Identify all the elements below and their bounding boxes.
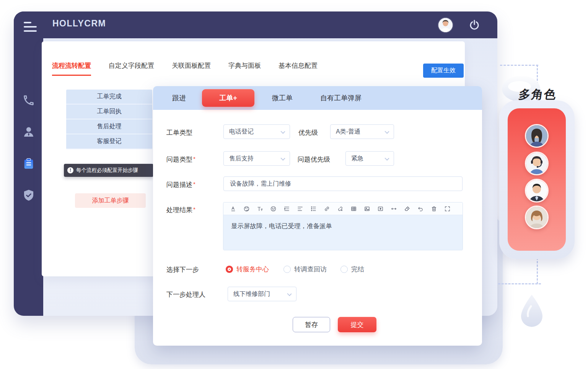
user-avatar[interactable]	[438, 18, 453, 32]
result-label: 处理结果	[166, 206, 195, 214]
menu-icon[interactable]	[24, 22, 37, 32]
radio-transfer-survey[interactable]: 转调查回访	[283, 265, 327, 274]
tab-own-ticket-popup[interactable]: 自有工单弹屏	[320, 93, 362, 103]
list-item-ticket-complete[interactable]: 工单完成	[66, 90, 152, 104]
font-size-icon[interactable]	[254, 204, 265, 213]
divider-icon[interactable]	[388, 204, 399, 213]
phone-icon[interactable]	[21, 93, 36, 108]
next-handler-label: 下一步处理人	[166, 290, 205, 299]
roles-panel	[508, 108, 566, 251]
chevron-down-icon	[280, 129, 285, 134]
undo-icon[interactable]	[415, 204, 426, 213]
fullscreen-icon[interactable]	[441, 204, 453, 213]
editor-toolbar	[223, 202, 463, 215]
dashed-line-bottom	[498, 283, 541, 284]
list-icon[interactable]	[308, 204, 319, 213]
avatar-agent-male[interactable]	[525, 179, 549, 202]
apply-config-button[interactable]: 配置生效	[423, 64, 464, 78]
radio-unselected-icon	[283, 266, 291, 273]
next-step-label: 选择下一步	[166, 265, 199, 274]
priority-label: 优先级	[298, 128, 318, 137]
ticket-type-select[interactable]: 电话登记	[223, 124, 290, 139]
save-draft-button[interactable]: 暂存	[293, 317, 330, 332]
chevron-down-icon	[280, 156, 285, 160]
radio-finish[interactable]: 完结	[340, 265, 364, 274]
text-style-icon[interactable]	[227, 204, 239, 213]
unlink-icon[interactable]	[334, 204, 346, 213]
list-item-service-register[interactable]: 客服登记	[66, 134, 152, 149]
ticket-type-label: 工单类型	[166, 128, 192, 137]
eraser-icon[interactable]	[401, 204, 413, 213]
avatar-agent-female-2[interactable]	[525, 206, 549, 229]
notice-text: 每个流程必须配置开始步骤	[76, 167, 138, 174]
workflow-step-list: 工单完成 工单回执 售后处理 客服登记	[66, 90, 152, 149]
chevron-down-icon	[384, 156, 389, 160]
next-handler-select[interactable]: 线下维修部门	[228, 287, 296, 301]
issue-type-label: 问题类型	[166, 155, 195, 164]
chevron-down-icon	[384, 129, 389, 134]
list-item-aftersales[interactable]: 售后处理	[66, 119, 152, 134]
tab-follow-up[interactable]: 跟进	[172, 93, 186, 103]
indent-icon[interactable]	[281, 204, 292, 213]
trash-icon[interactable]	[428, 204, 440, 213]
issue-priority-label: 问题优先级	[298, 155, 330, 164]
table-icon[interactable]	[348, 204, 359, 213]
chevron-down-icon	[287, 291, 292, 296]
radio-unselected-icon	[340, 266, 348, 273]
tab-dictionary-panel[interactable]: 字典与面板	[228, 61, 261, 75]
radio-selected-icon	[226, 266, 233, 273]
align-icon[interactable]	[294, 204, 306, 213]
contacts-icon[interactable]	[21, 124, 36, 140]
notice-tooltip: ! 每个流程必须配置开始步骤	[64, 164, 153, 177]
tab-ticket-plus[interactable]: 工单+	[202, 89, 254, 107]
next-step-radio-group: 转服务中心 转调查回访 完结	[226, 265, 364, 274]
issue-priority-select[interactable]: 紧急	[345, 151, 394, 166]
tasks-icon[interactable]	[21, 156, 36, 171]
dashed-line-top	[500, 65, 538, 66]
roles-frame	[499, 100, 575, 259]
tab-linked-panel-config[interactable]: 关联面板配置	[172, 61, 211, 75]
rich-text-editor: 显示屏故障，电话已受理，准备派单	[223, 202, 463, 250]
security-icon[interactable]	[21, 188, 36, 203]
teardrop-shape	[521, 295, 542, 328]
priority-select[interactable]: A类-普通	[330, 124, 394, 139]
video-icon[interactable]	[375, 204, 386, 213]
tab-process-flow-config[interactable]: 流程流转配置	[52, 61, 91, 76]
avatar-agent-female-1[interactable]	[525, 124, 549, 148]
avatar-agent-headset[interactable]	[525, 152, 549, 175]
power-icon[interactable]	[469, 19, 480, 31]
tab-micro-ticket[interactable]: 微工单	[272, 93, 293, 103]
emoji-icon[interactable]	[267, 204, 279, 213]
issue-type-select[interactable]: 售后支持	[223, 151, 290, 166]
brand-logo: HOLLYCRM	[52, 18, 106, 29]
page: HOLLYCRM 流程流转配置 自定义	[0, 0, 588, 369]
exclamation-icon: !	[67, 167, 73, 173]
submit-button[interactable]: 提交	[338, 317, 376, 332]
palette-icon[interactable]	[241, 204, 252, 213]
issue-desc-input[interactable]	[223, 176, 463, 191]
ticket-modal: 跟进 工单+ 微工单 自有工单弹屏 工单类型 电话登记 优先级 A类-普通 问题…	[153, 86, 482, 346]
result-editor-body[interactable]: 显示屏故障，电话已受理，准备派单	[223, 215, 463, 250]
link-icon[interactable]	[321, 204, 332, 213]
radio-transfer-service-center[interactable]: 转服务中心	[226, 265, 269, 274]
list-item-ticket-receipt[interactable]: 工单回执	[66, 104, 152, 119]
issue-desc-label: 问题描述	[166, 180, 195, 189]
tab-basic-info-config[interactable]: 基本信息配置	[279, 61, 318, 75]
tab-custom-fields-config[interactable]: 自定义字段配置	[109, 61, 154, 75]
image-icon[interactable]	[361, 204, 373, 213]
modal-tab-bar: 跟进 工单+ 微工单 自有工单弹屏	[153, 86, 482, 110]
add-step-button[interactable]: 添加工单步骤	[75, 193, 146, 208]
config-tab-bar: 流程流转配置 自定义字段配置 关联面板配置 字典与面板 基本信息配置	[52, 61, 335, 76]
